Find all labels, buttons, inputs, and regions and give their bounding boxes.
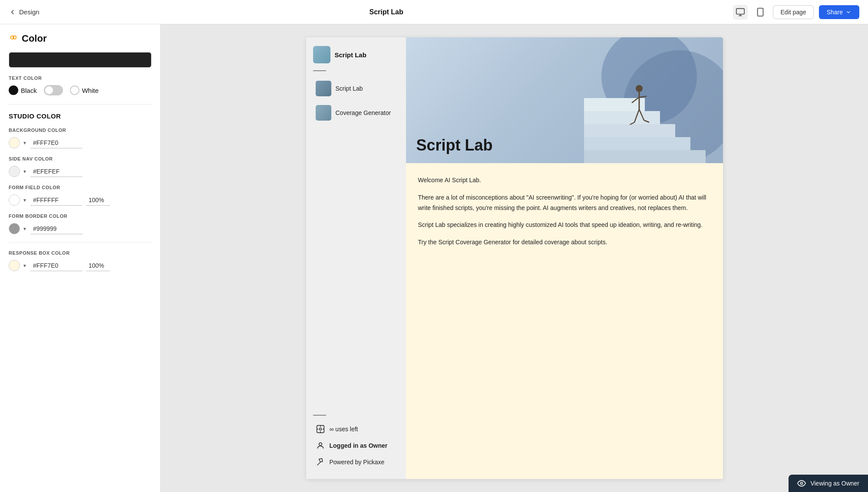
- preview-hero: Script Lab: [406, 37, 723, 163]
- main-layout: Color TEXT COLOR Black White STUDIO COLO…: [0, 24, 868, 492]
- content-p1: Welcome AI Script Lab.: [418, 175, 711, 186]
- divider-1: [9, 104, 152, 105]
- white-dot: [70, 85, 79, 95]
- color-toggle-switch[interactable]: [44, 85, 63, 95]
- back-label: Design: [19, 8, 40, 16]
- bg-color-chevron: ▼: [23, 141, 27, 145]
- response-box-color-row: ▼: [9, 260, 152, 271]
- bottom-bar: Viewing as Owner: [789, 475, 868, 492]
- nav-item-label-1: Script Lab: [336, 85, 363, 92]
- desktop-view-button[interactable]: [733, 5, 748, 20]
- page-title: Script Lab: [369, 8, 403, 16]
- mobile-view-button[interactable]: [753, 5, 768, 20]
- bg-color-swatch-btn[interactable]: ▼: [9, 137, 27, 148]
- form-border-chevron: ▼: [23, 226, 27, 231]
- sidebar-nav-item-2[interactable]: Coverage Generator: [313, 102, 399, 124]
- logged-in-label: Logged in as Owner: [330, 442, 388, 449]
- response-box-color-label: RESPONSE BOX COLOR: [9, 250, 152, 256]
- response-box-color-section: RESPONSE BOX COLOR ▼: [9, 250, 152, 271]
- share-button[interactable]: Share: [819, 5, 859, 19]
- svg-line-20: [639, 109, 644, 120]
- color-section-title: Color: [22, 33, 46, 44]
- response-box-color-swatch-btn[interactable]: ▼: [9, 260, 27, 271]
- preview-main: Script Lab Welcome AI Script Lab. There …: [406, 37, 723, 479]
- response-box-color-swatch: [9, 260, 20, 271]
- sidenav-color-input[interactable]: [30, 166, 83, 177]
- sidenav-color-label: SIDE NAV COLOR: [9, 156, 152, 161]
- bg-color-input[interactable]: [30, 138, 83, 148]
- svg-line-18: [639, 96, 647, 97]
- form-border-color-section: FORM BORDER COLOR ▼: [9, 213, 152, 234]
- sidebar-logo: [313, 46, 330, 63]
- preview-sidebar: Script Lab Script Lab Coverage Generator: [306, 37, 406, 479]
- svg-line-21: [644, 120, 649, 122]
- eye-icon: [797, 479, 806, 488]
- chevron-down-icon: [845, 9, 851, 15]
- share-label: Share: [827, 9, 843, 16]
- background-color-section: BACKGROUND COLOR ▼: [9, 128, 152, 148]
- powered-by-label: Powered by Pickaxe: [330, 459, 385, 466]
- response-box-opacity-input[interactable]: [86, 260, 110, 271]
- black-label: Black: [21, 87, 37, 94]
- back-button[interactable]: Design: [9, 8, 40, 16]
- form-border-color-label: FORM BORDER COLOR: [9, 213, 152, 219]
- color-section-header: Color: [9, 33, 152, 44]
- uses-left-label: ∞ uses left: [330, 426, 358, 433]
- pickaxe-icon: [316, 457, 325, 467]
- sidebar-logo-row: Script Lab: [313, 46, 399, 63]
- preview-content-area: Welcome AI Script Lab. There are a lot o…: [406, 163, 723, 479]
- form-field-opacity-input[interactable]: [86, 195, 110, 206]
- svg-line-17: [632, 97, 639, 103]
- back-arrow-icon: [9, 8, 17, 16]
- svg-point-13: [319, 443, 322, 446]
- black-option: Black: [9, 85, 37, 95]
- svg-line-14: [317, 462, 320, 466]
- text-color-label: TEXT COLOR: [9, 75, 152, 81]
- bg-color-row: ▼: [9, 137, 152, 148]
- logged-in-item: Logged in as Owner: [313, 437, 399, 454]
- content-p4: Try the Script Coverage Generator for de…: [418, 237, 711, 248]
- figure-svg: [627, 83, 651, 131]
- response-box-color-input[interactable]: [30, 260, 83, 271]
- right-panel: Script Lab Script Lab Coverage Generator: [161, 24, 868, 492]
- sidenav-color-swatch-btn[interactable]: ▼: [9, 166, 27, 177]
- form-border-color-input[interactable]: [30, 223, 83, 234]
- studio-color-title: STUDIO COLOR: [9, 112, 152, 120]
- bg-color-swatch: [9, 137, 20, 148]
- svg-point-15: [636, 85, 643, 92]
- top-navbar: Design Script Lab Edit page Share: [0, 0, 868, 24]
- content-p3: Script Lab specializes in creating highl…: [418, 220, 711, 230]
- hero-title: Script Lab: [416, 136, 493, 154]
- nav-thumb-2: [316, 105, 331, 121]
- edit-page-button[interactable]: Edit page: [773, 5, 813, 19]
- bg-color-label: BACKGROUND COLOR: [9, 128, 152, 133]
- color-preview-bar: [9, 52, 152, 68]
- sidenav-color-swatch: [9, 166, 20, 177]
- white-option: White: [70, 85, 99, 95]
- white-label: White: [82, 87, 99, 94]
- sidenav-color-row: ▼: [9, 166, 152, 177]
- uses-left-item: ∞ uses left: [313, 421, 399, 437]
- svg-point-8: [319, 428, 321, 430]
- form-field-color-swatch: [9, 194, 20, 206]
- sidebar-bottom: ∞ uses left Logged in as Owner: [313, 410, 399, 470]
- form-border-color-swatch-btn[interactable]: ▼: [9, 223, 27, 234]
- nav-left: Design: [9, 8, 40, 16]
- sidebar-bottom-divider: [313, 415, 326, 416]
- preview-container: Script Lab Script Lab Coverage Generator: [306, 37, 723, 479]
- form-field-color-section: FORM FIELD COLOR ▼: [9, 185, 152, 206]
- sidebar-divider-1: [313, 70, 326, 71]
- svg-point-23: [801, 482, 803, 485]
- response-box-chevron: ▼: [23, 263, 27, 268]
- left-panel: Color TEXT COLOR Black White STUDIO COLO…: [0, 24, 161, 492]
- powered-by-item: Powered by Pickaxe: [313, 454, 399, 470]
- svg-line-22: [630, 122, 634, 125]
- viewing-as-label: Viewing as Owner: [810, 480, 859, 487]
- hero-figure: [627, 83, 651, 133]
- sidebar-nav-item-1[interactable]: Script Lab: [313, 77, 399, 100]
- nav-item-label-2: Coverage Generator: [336, 109, 391, 116]
- sidenav-color-chevron: ▼: [23, 169, 27, 174]
- preview-text-block: Welcome AI Script Lab. There are a lot o…: [418, 175, 711, 248]
- form-field-color-swatch-btn[interactable]: ▼: [9, 194, 27, 206]
- form-field-color-input[interactable]: [30, 195, 83, 206]
